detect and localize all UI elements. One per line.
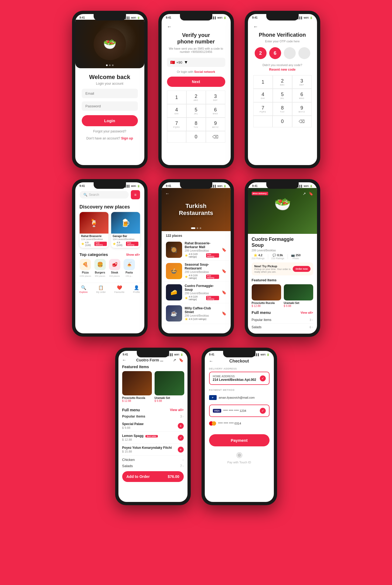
visa-card[interactable]: VISA **** **** **** 1234 ✓ [209,405,270,417]
key-8[interactable]: 8TUV [186,118,206,131]
signup-link[interactable]: Sign up [121,136,133,140]
menu-cat-salads[interactable]: Salads 6 › [252,324,313,331]
email-input[interactable] [82,89,138,98]
rest-info-4: Milly Caffee-Club Street 299 Levent/Besi… [185,306,219,320]
show-all-link[interactable]: Show all> [126,253,140,256]
menu-item-special-palaw[interactable]: Special Palaw $ 9.88 + [122,420,184,432]
address-card[interactable]: HOME ADDRESS 214 Levent/Besiktas Apt.002… [209,372,270,385]
login-button[interactable]: Login [82,115,138,126]
key-5[interactable]: 5JKL [186,104,206,118]
social-network-link[interactable]: Social network [194,70,215,73]
restaurant-3[interactable]: 🧀 Cuotro Formaggie-Soup 299 Levent/Besik… [162,282,231,303]
key-3[interactable]: 3DEF [206,91,225,104]
resend-link[interactable]: Resent new code [269,68,295,71]
next-button[interactable]: Next [167,77,225,87]
menu-fi-1[interactable]: Prosciutto Rucola $ 12.88 [122,371,152,402]
otp-key-1[interactable]: 1 [253,75,273,89]
otp-key-4[interactable]: 4GHI [253,89,273,102]
detail-back-arrow[interactable]: ← [252,191,256,196]
phone-number-input[interactable]: 5000123456 [190,60,230,64]
otp-key-7[interactable]: 7PQRS [253,102,273,116]
list-back-arrow[interactable]: ← [165,191,170,196]
chicken-section[interactable]: Chicken › [118,457,188,463]
search-bar[interactable]: 🔍 Search [80,191,129,199]
forgot-password-link[interactable]: Forgot your password? [93,129,126,133]
otp-key-2[interactable]: 2ABC [273,75,292,89]
key-7[interactable]: 7PQRS [167,118,186,131]
bookmark-2[interactable]: 🔖 [222,269,226,273]
otp-key-8[interactable]: 8TUV [273,102,292,116]
otp-digit-2[interactable]: 6 [269,47,281,59]
nav-explore[interactable]: 🔍 Explore [79,285,88,293]
payment-button[interactable]: Payment [209,434,270,446]
mic-key-otp[interactable]: ⌫ [292,116,312,127]
check-lemon-spagg[interactable]: ✓ [178,435,184,441]
cat-pasta[interactable]: 🍝 Pasta 150 p... [124,259,135,277]
back-arrow-2[interactable]: ← [167,24,172,30]
bookmark-icon-menu[interactable]: 🔖 [179,358,183,362]
otp-key-9[interactable]: 9WXYZ [292,102,312,116]
bookmark-4[interactable]: 🔖 [222,311,226,316]
key-2[interactable]: 2ABC [186,91,206,104]
restaurant-2[interactable]: 🍲 Seasonal Soup-Restaurant 299 Levent/Be… [162,261,231,282]
mic-key[interactable]: ⌫ [206,131,225,143]
key-0[interactable]: 0 [186,131,206,143]
add-special-palaw[interactable]: + [178,423,184,429]
otp-key-3[interactable]: 3DEF [292,75,312,89]
card-rahat[interactable]: 🍹 Rahat Brasserie 124 Levent/Besiktas ⭐ … [80,212,108,248]
add-to-order-bar[interactable]: Add to Order $76.00 [122,471,184,482]
touch-id-section[interactable]: ◉ Pay with Touch ID [209,450,270,464]
phone-login: 9:41 ▌▌▌ WiFi 🔋 🥗 Welcome back [72,11,148,168]
nav-favourite[interactable]: ❤️ Favourite [114,285,125,293]
share-icon-menu[interactable]: ↗ [173,358,176,362]
mastercard-row[interactable]: **** **** **** 0314 [209,419,270,428]
menu-fi-2[interactable]: Uramaki Set $ 9.88 [155,371,184,402]
otp-key-5[interactable]: 5JKL [273,89,292,102]
share-icon[interactable]: ↗ [303,191,306,196]
restaurant-4[interactable]: ☕ Milly Caffee-Club Street 299 Levent/Be… [162,303,231,324]
nav-myorder[interactable]: 📋 My order [96,285,106,293]
nav-profile[interactable]: 👤 Profile [133,285,140,293]
menu-item-lemon-spagg[interactable]: Lemon Spagg Best seller $ 12.88 ✓ [122,432,184,444]
phone-detail: 9:41 ▌▌▌ WiFi 🔋 Free delivery ← ↗ 🔖 [245,179,320,337]
otp-digit-3[interactable] [284,47,296,59]
filter-button[interactable]: ≡ [131,190,140,199]
bookmark-3[interactable]: 🔖 [222,290,226,295]
key-1[interactable]: 1 [167,91,186,104]
bookmark-detail-icon[interactable]: 🔖 [309,191,313,196]
cat-steak[interactable]: 🥩 Steak 834 places [109,259,120,277]
salads-section[interactable]: Salads 7 › [118,463,188,469]
featured-item-1[interactable]: Prosciutto Rucola $ 12.88 [252,284,281,307]
card-garage[interactable]: 🍺 Garage Bar 124 Levent/Besiktas ⭐ 4.9 (… [111,212,140,248]
featured-item-2[interactable]: Uramaki Set $ 9.88 [284,284,313,307]
menu-item-poyez[interactable]: Poyez Yolun Kenaryndaky Fitchi $ 15.88 + [122,444,184,456]
otp-digit-1[interactable]: 2 [255,47,267,59]
status-time-4: 9:41 [80,184,85,187]
paypal-row[interactable]: P aman.ilyasovich@mail.com [209,393,270,402]
key-6[interactable]: 6MNO [206,104,225,118]
view-all-link-7[interactable]: View all> [170,408,184,412]
back-arrow-3[interactable]: ← [253,24,258,30]
cat-burger[interactable]: 🍔 Burgers 350 places [94,259,106,277]
bookmark-1[interactable]: 🔖 [222,248,226,252]
cat-pizza[interactable]: 🍕 Pizza 2250 places [80,259,91,277]
search-placeholder: Search [89,193,99,197]
add-poyez[interactable]: + [178,447,184,453]
signup-prompt: Don't have an account? Sign up [86,136,133,140]
menu-cat-popular[interactable]: Popular items 3 › [252,316,313,324]
otp-digit-4[interactable] [298,47,310,59]
restaurant-1[interactable]: 🥘 Rahat Brasserie-Berkarar Mall 299 Leve… [162,239,231,261]
featured-title-6: Featured Items [252,278,313,282]
places-count: 122 places [162,231,231,239]
otp-key-0[interactable]: 0 [272,116,292,127]
otp-key-6[interactable]: 6MNO [292,89,312,102]
password-input[interactable] [82,101,138,111]
menu-back-arrow[interactable]: ← [122,358,127,362]
order-now-button[interactable]: Order now [293,266,310,272]
checkout-back-arrow[interactable]: ← [209,359,213,364]
touch-id-label: Pay with Touch ID [227,461,251,464]
view-all-link[interactable]: View all> [301,311,313,314]
key-4[interactable]: 4GHI [167,104,186,118]
dropdown-icon[interactable]: ▼ [184,60,188,65]
key-9[interactable]: 9WXYZ [206,118,225,131]
